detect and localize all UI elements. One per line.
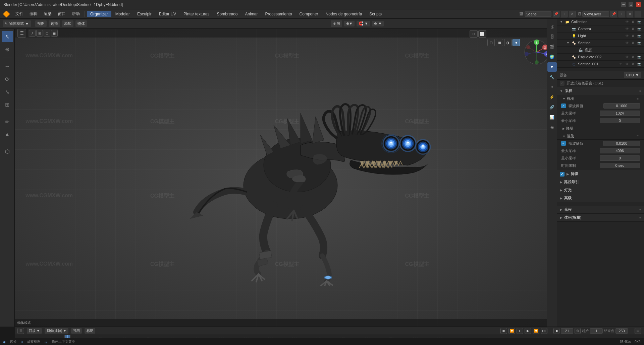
volume-header[interactable]: ▶ 体积(标量) ≡ [557, 214, 644, 221]
physics-properties-tab[interactable]: ⚡ [547, 92, 557, 102]
material-properties-tab[interactable]: ◉ [547, 123, 557, 132]
data-properties-tab[interactable]: 📊 [547, 113, 557, 122]
minimize-button[interactable]: ─ [621, 2, 626, 7]
view-layer-tab[interactable]: 🗄 [547, 32, 557, 42]
light-visibility-icon[interactable]: 👁 [625, 33, 629, 38]
tab-organizar[interactable]: Organizar [87, 11, 111, 17]
object-properties-tab[interactable]: ▼ [547, 62, 557, 72]
scene-properties-tab[interactable]: 🎬 [547, 42, 557, 52]
viewlayer-remove-button[interactable]: ✕ [627, 11, 633, 17]
osl-checkbox[interactable]: ✓ [560, 81, 565, 86]
tab-nodos[interactable]: Nodos de geometría [322, 11, 366, 17]
light-render-icon[interactable]: 📷 [637, 33, 641, 38]
step-back-button[interactable]: ⏪ [508, 328, 515, 334]
path-guiding-header[interactable]: ▶ 路径导引 [557, 178, 644, 186]
advanced-section-header[interactable]: ▶ 高级 [557, 194, 644, 202]
tree-item-sentinel001[interactable]: ▶ ⬡ Sentinel.001 ✏ 👁 🖥 📷 [557, 61, 644, 68]
tab-modelar[interactable]: Modelar [112, 11, 133, 17]
viewlayer-name-input[interactable]: ViewLayer [582, 11, 609, 17]
sentinel-viewport-icon[interactable]: 🖥 [631, 41, 635, 45]
sentinel001-viewport-icon[interactable]: 🖥 [631, 62, 635, 66]
collection-render-icon[interactable]: 📷 [637, 19, 641, 24]
scene-add-button[interactable]: + [561, 11, 568, 17]
menu-render[interactable]: 渲染 [41, 10, 54, 17]
render-noise-check[interactable]: ✓ [561, 141, 566, 146]
scene-name-input[interactable]: Scene [525, 11, 551, 17]
blender-logo[interactable]: 🔶 [3, 10, 10, 18]
start-frame-value[interactable]: 1 [590, 328, 602, 334]
tab-esculpir[interactable]: Esculpir [134, 11, 155, 17]
collection-visibility-icon[interactable]: 👁 [625, 19, 629, 24]
min-samples-value[interactable]: 0 [600, 118, 640, 123]
viewport-3d[interactable]: www.CGMXW.com CG模型主 CG模型主 CG模型主 www.CGMX… [15, 29, 557, 327]
vp-header-icon-4[interactable]: ◼ [51, 30, 58, 37]
viewport-menu-button[interactable]: ☰ [17, 29, 26, 38]
add-menu[interactable]: 添加 [62, 20, 73, 27]
light-viewport-icon[interactable]: 🖥 [631, 33, 635, 38]
collection-viewport-icon[interactable]: 🖥 [631, 19, 635, 24]
material-shading[interactable]: ◑ [504, 39, 512, 46]
vp-header-icon-2[interactable]: ⊞ [36, 30, 43, 37]
viewlayer-add-button[interactable]: + [619, 11, 625, 17]
sentinel-render-icon[interactable]: 📷 [637, 41, 641, 45]
color-mgmt-options[interactable]: ≡ [639, 208, 641, 211]
frame-start-button[interactable]: ⏮ [500, 328, 507, 334]
denoising-section-check[interactable]: ✓ [560, 172, 565, 177]
constraints-properties-tab[interactable]: 🔗 [547, 102, 557, 112]
modifier-properties-tab[interactable]: 🔧 [547, 72, 557, 82]
menu-help[interactable]: 帮助 [69, 10, 83, 17]
world-properties-tab[interactable]: 🌍 [547, 52, 557, 62]
esqueleto-render-icon[interactable]: 📷 [637, 55, 641, 59]
particles-properties-tab[interactable]: ✦ [547, 82, 557, 92]
render-min-samples-value[interactable]: 0 [600, 155, 640, 161]
denoising-section-header[interactable]: ✓ ▶ 降噪 [557, 170, 644, 178]
play-button[interactable]: ▶ [525, 328, 531, 334]
camera-visibility-icon[interactable]: 👁 [625, 26, 629, 31]
navigation-gizmo[interactable]: X Z Y [523, 39, 550, 66]
wireframe-shading[interactable]: ◻ [487, 39, 495, 46]
menu-window[interactable]: 窗口 [55, 10, 68, 17]
end-frame-value[interactable]: 250 [615, 328, 628, 334]
transform-space[interactable]: 全局 [331, 20, 342, 27]
tree-item-esqueleto[interactable]: ▶ 🦴 Esqueleto.002 👁 🖥 📷 [557, 54, 644, 61]
close-button[interactable]: ✕ [636, 2, 641, 7]
camera-viewport-icon[interactable]: 🖥 [631, 26, 635, 31]
tab-scripts[interactable]: Scripts [366, 11, 385, 17]
keyframe-button[interactable]: ⏺ [553, 328, 559, 334]
tab-procesamiento[interactable]: Procesamiento [262, 11, 296, 17]
move-tool[interactable]: ↔ [2, 61, 13, 72]
add-workspace-button[interactable]: + [386, 11, 392, 17]
annotate-tool[interactable]: ✏ [2, 116, 13, 127]
sentinel-visibility-icon[interactable]: 👁 [625, 41, 629, 45]
step-forward-button[interactable]: ⏩ [533, 328, 539, 334]
view-menu[interactable]: 视图 [35, 20, 47, 27]
render-sampling-header[interactable]: ▼ 渲染 ≡ [557, 133, 644, 140]
camera-render-icon[interactable]: 📷 [637, 26, 641, 31]
viewport-sampling-header[interactable]: ▼ 视图 ≡ [557, 95, 644, 102]
mode-selector[interactable]: ↖ 物体模式 ▼ [3, 20, 31, 27]
tab-editar-uv[interactable]: Editar UV [156, 11, 179, 17]
timeline-menu-button[interactable]: ☰ [17, 328, 24, 334]
menu-edit[interactable]: 编辑 [27, 10, 40, 17]
keying-button[interactable]: 拟像(插帧) ▼ [45, 328, 68, 334]
rendered-shading[interactable]: ● [513, 39, 520, 46]
current-frame-display[interactable]: 21 [561, 328, 573, 334]
sentinel001-edit-icon[interactable]: ✏ [619, 62, 623, 66]
play-back-button[interactable]: ⏴ [517, 328, 523, 334]
vp-header-icon-1[interactable]: ↗ [29, 30, 36, 37]
menu-file[interactable]: 文件 [13, 10, 26, 17]
sentinel001-render-icon[interactable]: 📷 [637, 62, 641, 66]
frame-end-button[interactable]: ⏭ [541, 328, 547, 334]
light-section-header[interactable]: ▶ 灯光 [557, 186, 644, 194]
object-menu[interactable]: 物体 [75, 20, 87, 27]
select-tool[interactable]: ↖ [2, 31, 13, 42]
tree-item-camera[interactable]: ▶ 📷 Camera 👁 🖥 📷 [557, 25, 644, 32]
timeline-corner-button[interactable]: ⊞ [635, 328, 641, 334]
rotate-tool[interactable]: ⟳ [2, 73, 13, 85]
viewlayer-pin-button[interactable]: 📌 [610, 11, 617, 17]
denoising-header[interactable]: ▶ 降噪 [557, 125, 644, 132]
sampling-header[interactable]: ▼ 采样 ≡ [557, 87, 644, 95]
max-samples-value[interactable]: 1024 [600, 111, 640, 116]
render-noise-value[interactable]: 0.0100 [603, 141, 640, 146]
playback-button[interactable]: 回放 ▼ [27, 328, 42, 334]
